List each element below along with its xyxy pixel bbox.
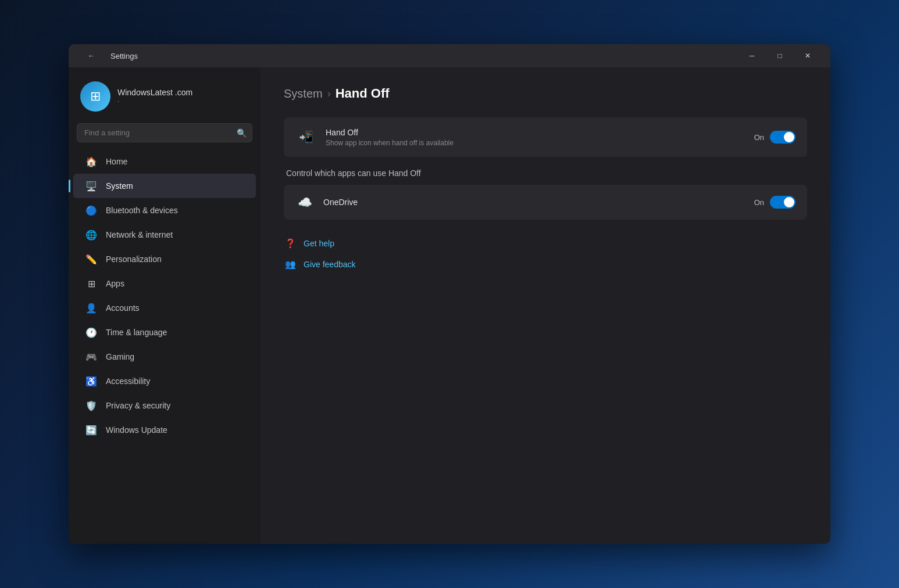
handoff-text: Hand Off Show app icon when hand off is …: [326, 128, 745, 147]
search-icon: 🔍: [237, 128, 247, 138]
titlebar: ← Settings ─ □ ✕: [69, 44, 830, 67]
bluetooth-icon: 🔵: [85, 204, 98, 217]
sidebar-item-label-accounts: Accounts: [106, 303, 140, 313]
sidebar-item-update[interactable]: 🔄 Windows Update: [73, 418, 256, 442]
onedrive-icon: ☁️: [295, 193, 314, 211]
search-box: 🔍: [77, 123, 252, 142]
sidebar-item-gaming[interactable]: 🎮 Gaming: [73, 345, 256, 369]
main-content: System › Hand Off 📲 Hand Off Show app ic…: [261, 67, 830, 544]
get-help-link[interactable]: ❓ Get help: [284, 236, 807, 251]
sidebar-item-label-apps: Apps: [106, 279, 124, 288]
sidebar-item-label-privacy: Privacy & security: [106, 401, 170, 410]
onedrive-card: ☁️ OneDrive On: [284, 185, 807, 220]
help-section: ❓ Get help 👥 Give feedback: [284, 236, 807, 272]
sidebar-item-bluetooth[interactable]: 🔵 Bluetooth & devices: [73, 198, 256, 223]
sidebar-item-accounts[interactable]: 👤 Accounts: [73, 296, 256, 320]
sidebar-item-label-bluetooth: Bluetooth & devices: [106, 206, 178, 215]
sidebar-item-network[interactable]: 🌐 Network & internet: [73, 223, 256, 247]
get-help-icon: ❓: [284, 237, 297, 250]
give-feedback-icon: 👥: [284, 258, 297, 271]
breadcrumb: System › Hand Off: [284, 86, 807, 101]
onedrive-toggle-label: On: [754, 198, 764, 207]
handoff-toggle-label: On: [754, 133, 764, 142]
window-controls: ─ □ ✕: [739, 46, 821, 65]
titlebar-left: ← Settings: [78, 46, 138, 65]
handoff-subtitle: Show app icon when hand off is available: [326, 139, 745, 147]
personalization-icon: ✏️: [85, 253, 98, 266]
onedrive-toggle[interactable]: [770, 196, 795, 209]
sidebar-item-personalization[interactable]: ✏️ Personalization: [73, 247, 256, 271]
onedrive-name: OneDrive: [323, 198, 745, 207]
sidebar-item-label-accessibility: Accessibility: [106, 377, 150, 386]
close-button[interactable]: ✕: [794, 46, 821, 65]
window-title: Settings: [110, 52, 138, 60]
breadcrumb-current: Hand Off: [336, 86, 390, 101]
sidebar-item-privacy[interactable]: 🛡️ Privacy & security: [73, 393, 256, 418]
handoff-card: 📲 Hand Off Show app icon when hand off i…: [284, 117, 807, 157]
give-feedback-label: Give feedback: [304, 260, 356, 269]
breadcrumb-system[interactable]: System: [284, 87, 323, 101]
sidebar-item-home[interactable]: 🏠 Home: [73, 149, 256, 174]
sidebar-item-label-update: Windows Update: [106, 425, 167, 435]
breadcrumb-separator: ›: [327, 88, 331, 100]
accessibility-icon: ♿: [85, 375, 98, 388]
handoff-toggle[interactable]: [770, 131, 795, 144]
handoff-title: Hand Off: [326, 128, 745, 137]
user-section: ⊞ WindowsLatest .com ·: [69, 77, 261, 123]
apps-icon: ⊞: [85, 277, 98, 290]
sidebar-item-label-home: Home: [106, 157, 127, 166]
sidebar-item-label-system: System: [106, 181, 133, 191]
handoff-icon: 📲: [295, 127, 316, 148]
accounts-icon: 👤: [85, 302, 98, 314]
maximize-button[interactable]: □: [766, 46, 793, 65]
sidebar: ⊞ WindowsLatest .com · 🔍 🏠 Home 🖥️ Syste…: [69, 67, 261, 544]
privacy-icon: 🛡️: [85, 399, 98, 412]
window-content: ⊞ WindowsLatest .com · 🔍 🏠 Home 🖥️ Syste…: [69, 67, 830, 544]
update-icon: 🔄: [85, 424, 98, 436]
user-name: WindowsLatest .com: [117, 88, 192, 97]
apps-section-label: Control which apps can use Hand Off: [284, 168, 807, 178]
time-icon: 🕐: [85, 326, 98, 339]
system-icon: 🖥️: [85, 180, 98, 192]
sidebar-item-time[interactable]: 🕐 Time & language: [73, 320, 256, 345]
get-help-label: Get help: [304, 239, 334, 248]
user-info: WindowsLatest .com ·: [117, 88, 192, 105]
search-input[interactable]: [77, 123, 252, 142]
gaming-icon: 🎮: [85, 350, 98, 363]
onedrive-toggle-container: On: [754, 196, 795, 209]
network-icon: 🌐: [85, 228, 98, 241]
avatar: ⊞: [80, 81, 110, 112]
back-button[interactable]: ←: [78, 46, 105, 65]
sidebar-item-label-personalization: Personalization: [106, 254, 162, 264]
user-sub: ·: [117, 97, 192, 105]
minimize-button[interactable]: ─: [739, 46, 765, 65]
sidebar-item-accessibility[interactable]: ♿ Accessibility: [73, 369, 256, 393]
sidebar-item-label-time: Time & language: [106, 328, 167, 337]
sidebar-item-label-network: Network & internet: [106, 230, 173, 239]
give-feedback-link[interactable]: 👥 Give feedback: [284, 257, 807, 272]
handoff-toggle-container: On: [754, 131, 795, 144]
settings-window: ← Settings ─ □ ✕ ⊞ WindowsLatest .com: [69, 44, 830, 544]
sidebar-item-apps[interactable]: ⊞ Apps: [73, 271, 256, 296]
sidebar-item-system[interactable]: 🖥️ System: [73, 174, 256, 198]
nav-container: 🏠 Home 🖥️ System 🔵 Bluetooth & devices 🌐…: [69, 149, 261, 442]
sidebar-item-label-gaming: Gaming: [106, 352, 134, 361]
home-icon: 🏠: [85, 155, 98, 168]
